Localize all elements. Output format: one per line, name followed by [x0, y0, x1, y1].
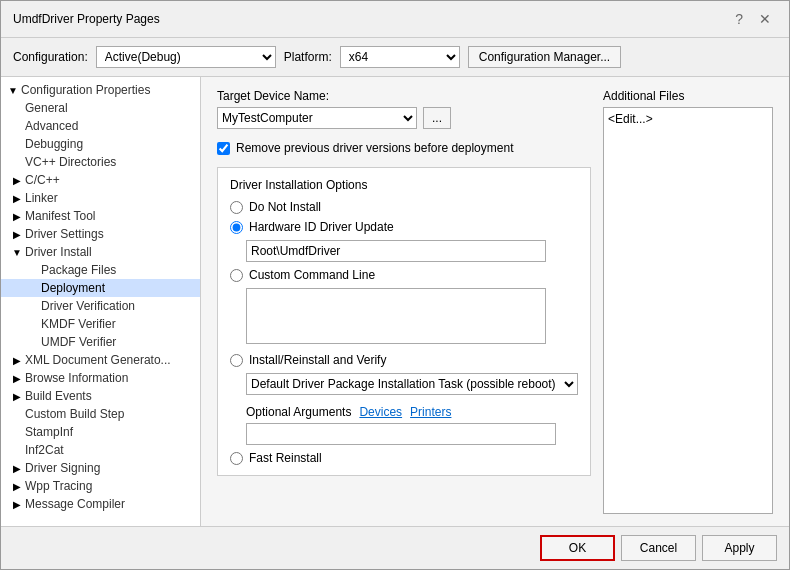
platform-label: Platform: — [284, 50, 332, 64]
tree-umdf-verifier-label: UMDF Verifier — [41, 335, 116, 349]
tree-panel: ▼ Configuration Properties General Advan… — [1, 77, 201, 526]
cancel-button[interactable]: Cancel — [621, 535, 696, 561]
target-device-input-row: MyTestComputer ... — [217, 107, 591, 129]
tree-item-browse-info[interactable]: ▶ Browse Information — [1, 369, 200, 387]
remove-checkbox[interactable] — [217, 142, 230, 155]
target-device-row: Target Device Name: — [217, 89, 591, 103]
radio-hw-driver-label: Hardware ID Driver Update — [249, 220, 394, 234]
tree-item-manifest[interactable]: ▶ Manifest Tool — [1, 207, 200, 225]
radio-custom-cmd[interactable] — [230, 269, 243, 282]
tree-item-xml-doc[interactable]: ▶ XML Document Generato... — [1, 351, 200, 369]
optional-args-label: Optional Arguments — [246, 405, 351, 419]
build-events-toggle: ▶ — [9, 391, 25, 402]
driver-signing-toggle: ▶ — [9, 463, 25, 474]
content-area: ▼ Configuration Properties General Advan… — [1, 77, 789, 526]
tree-item-deployment[interactable]: Deployment — [1, 279, 200, 297]
driver-install-section: Driver Installation Options Do Not Insta… — [217, 167, 591, 476]
radio-custom-cmd-row: Custom Command Line — [230, 268, 578, 282]
tree-stampinf-label: StampInf — [25, 425, 73, 439]
tree-item-message-compiler[interactable]: ▶ Message Compiler — [1, 495, 200, 513]
tree-vc-dirs-label: VC++ Directories — [25, 155, 116, 169]
radio-do-not-install-row: Do Not Install — [230, 200, 578, 214]
root-toggle-icon: ▼ — [5, 85, 21, 96]
tree-item-driver-verification[interactable]: Driver Verification — [1, 297, 200, 315]
close-button[interactable]: ✕ — [753, 9, 777, 29]
remove-checkbox-row: Remove previous driver versions before d… — [217, 141, 591, 155]
radio-hw-driver[interactable] — [230, 221, 243, 234]
driver-settings-toggle: ▶ — [9, 229, 25, 240]
right-panel: Target Device Name: MyTestComputer ... R… — [201, 77, 789, 526]
tree-item-umdf-verifier[interactable]: UMDF Verifier — [1, 333, 200, 351]
tree-item-cpp[interactable]: ▶ C/C++ — [1, 171, 200, 189]
manifest-toggle: ▶ — [9, 211, 25, 222]
optional-args-input[interactable] — [246, 423, 556, 445]
radio-do-not-install[interactable] — [230, 201, 243, 214]
tree-item-driver-signing[interactable]: ▶ Driver Signing — [1, 459, 200, 477]
tree-item-package-files[interactable]: Package Files — [1, 261, 200, 279]
tree-kmdf-verifier-label: KMDF Verifier — [41, 317, 116, 331]
tree-item-kmdf-verifier[interactable]: KMDF Verifier — [1, 315, 200, 333]
driver-install-title: Driver Installation Options — [230, 178, 578, 192]
config-select[interactable]: Active(Debug) — [96, 46, 276, 68]
linker-toggle: ▶ — [9, 193, 25, 204]
tree-general-label: General — [25, 101, 68, 115]
message-compiler-toggle: ▶ — [9, 499, 25, 510]
custom-cmd-textarea[interactable] — [246, 288, 546, 344]
ok-button[interactable]: OK — [540, 535, 615, 561]
tree-item-linker[interactable]: ▶ Linker — [1, 189, 200, 207]
tree-item-wpp-tracing[interactable]: ▶ Wpp Tracing — [1, 477, 200, 495]
help-button[interactable]: ? — [729, 9, 749, 29]
devices-link[interactable]: Devices — [359, 405, 402, 419]
tree-linker-label: Linker — [25, 191, 58, 205]
target-device-label: Target Device Name: — [217, 89, 329, 103]
apply-button[interactable]: Apply — [702, 535, 777, 561]
tree-item-inf2cat[interactable]: Inf2Cat — [1, 441, 200, 459]
radio-fast-reinstall[interactable] — [230, 452, 243, 465]
tree-item-stampinf[interactable]: StampInf — [1, 423, 200, 441]
tree-item-advanced[interactable]: Advanced — [1, 117, 200, 135]
window-title: UmdfDriver Property Pages — [13, 12, 160, 26]
target-device-select[interactable]: MyTestComputer — [217, 107, 417, 129]
tree-item-driver-install[interactable]: ▼ Driver Install — [1, 243, 200, 261]
tree-item-general[interactable]: General — [1, 99, 200, 117]
radio-fast-reinstall-row: Fast Reinstall — [230, 451, 578, 465]
tree-item-debugging[interactable]: Debugging — [1, 135, 200, 153]
title-controls: ? ✕ — [729, 9, 777, 29]
tree-manifest-label: Manifest Tool — [25, 209, 95, 223]
deployment-settings: Target Device Name: MyTestComputer ... R… — [217, 89, 591, 514]
tree-build-events-label: Build Events — [25, 389, 92, 403]
hw-driver-input[interactable] — [246, 240, 546, 262]
tree-item-build-events[interactable]: ▶ Build Events — [1, 387, 200, 405]
tree-item-root[interactable]: ▼ Configuration Properties — [1, 81, 200, 99]
cpp-toggle: ▶ — [9, 175, 25, 186]
tree-driver-install-label: Driver Install — [25, 245, 92, 259]
radio-group: Do Not Install Hardware ID Driver Update — [230, 200, 578, 465]
tree-root-label: Configuration Properties — [21, 83, 150, 97]
radio-install-reinstall-label: Install/Reinstall and Verify — [249, 353, 386, 367]
install-select-row: Default Driver Package Installation Task… — [230, 373, 578, 395]
radio-install-reinstall[interactable] — [230, 354, 243, 367]
tree-cpp-label: C/C++ — [25, 173, 60, 187]
tree-advanced-label: Advanced — [25, 119, 78, 133]
bottom-bar: OK Cancel Apply — [1, 526, 789, 569]
tree-package-files-label: Package Files — [41, 263, 116, 277]
wpp-tracing-toggle: ▶ — [9, 481, 25, 492]
toolbar: Configuration: Active(Debug) Platform: x… — [1, 38, 789, 77]
additional-files-edit[interactable]: <Edit...> — [608, 112, 653, 126]
additional-files-panel: Additional Files <Edit...> — [603, 89, 773, 514]
config-manager-button[interactable]: Configuration Manager... — [468, 46, 621, 68]
tree-inf2cat-label: Inf2Cat — [25, 443, 64, 457]
tree-item-driver-settings[interactable]: ▶ Driver Settings — [1, 225, 200, 243]
platform-select[interactable]: x64 — [340, 46, 460, 68]
radio-fast-reinstall-label: Fast Reinstall — [249, 451, 322, 465]
tree-browse-info-label: Browse Information — [25, 371, 128, 385]
install-select[interactable]: Default Driver Package Installation Task… — [246, 373, 578, 395]
tree-item-vc-dirs[interactable]: VC++ Directories — [1, 153, 200, 171]
printers-link[interactable]: Printers — [410, 405, 451, 419]
tree-deployment-label: Deployment — [41, 281, 105, 295]
target-device-dots-button[interactable]: ... — [423, 107, 451, 129]
radio-do-not-install-label: Do Not Install — [249, 200, 321, 214]
radio-hw-driver-row: Hardware ID Driver Update — [230, 220, 578, 234]
remove-checkbox-label: Remove previous driver versions before d… — [236, 141, 513, 155]
tree-item-custom-build[interactable]: Custom Build Step — [1, 405, 200, 423]
